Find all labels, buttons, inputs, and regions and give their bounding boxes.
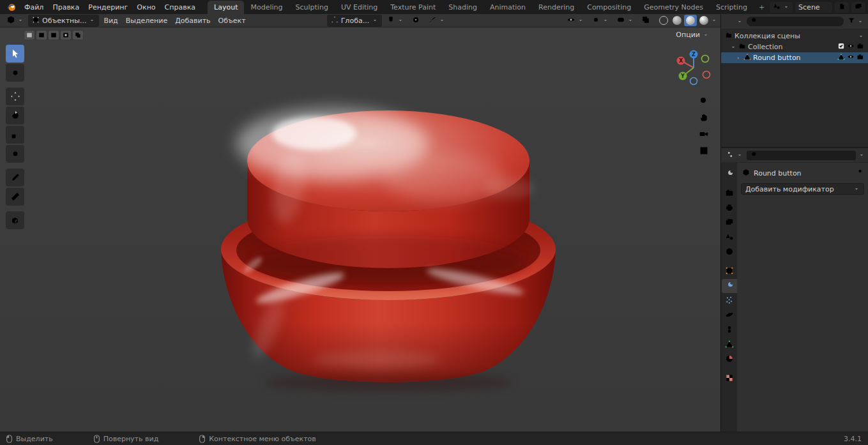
tab-object[interactable]	[722, 264, 737, 278]
blender-logo-icon[interactable]	[3, 0, 20, 14]
menu-file[interactable]: Файл	[20, 0, 48, 14]
outliner-search-input[interactable]	[747, 17, 844, 26]
tab-world[interactable]	[722, 245, 737, 259]
tab-uv-editing[interactable]: UV Editing	[335, 1, 384, 14]
properties-editor-type[interactable]	[724, 149, 744, 162]
scene-unlink-icon[interactable]	[823, 4, 829, 10]
menu-render[interactable]: Рендеринг	[84, 0, 132, 14]
hide-eye-icon[interactable]	[847, 42, 855, 52]
mode-dropdown[interactable]: Объектны...	[28, 15, 99, 27]
chevron-down-icon[interactable]	[858, 33, 864, 40]
viewport-3d[interactable]: Опции	[0, 27, 720, 432]
outliner-filter-button[interactable]	[846, 15, 865, 27]
tab-physics[interactable]	[722, 308, 737, 322]
tab-modifiers[interactable]	[722, 279, 737, 293]
tool-cursor[interactable]	[6, 64, 24, 82]
menu-window[interactable]: Окно	[132, 0, 160, 14]
select-mode-extend-icon[interactable]	[36, 31, 47, 40]
scene-selector[interactable]: Scene	[795, 2, 832, 13]
ortho-perspective-icon[interactable]	[697, 144, 711, 158]
tab-object-data[interactable]	[722, 338, 737, 352]
select-mode-subtract-icon[interactable]	[49, 31, 59, 40]
tab-rendering[interactable]: Rendering	[532, 1, 581, 14]
shading-material-button[interactable]	[684, 15, 697, 26]
tool-transform[interactable]	[6, 145, 24, 163]
select-mode-intersect-icon[interactable]	[73, 31, 83, 40]
select-mode-set-icon[interactable]	[24, 31, 34, 40]
show-overlays-toggle[interactable]	[613, 14, 637, 27]
tab-view-layer[interactable]	[722, 216, 737, 230]
outliner-editor-type[interactable]	[724, 15, 744, 28]
xray-toggle[interactable]	[638, 14, 653, 27]
hide-eye-icon[interactable]	[847, 53, 855, 63]
gizmo-axis-neg-x[interactable]	[703, 72, 710, 79]
outliner-row-scene-collection[interactable]: Коллекция сцены	[721, 31, 868, 41]
zoom-view-icon[interactable]	[697, 94, 711, 108]
select-mode-invert-icon[interactable]	[61, 31, 71, 40]
tab-shading[interactable]: Shading	[442, 1, 483, 14]
menu-select[interactable]: Выделение	[123, 15, 171, 26]
shading-rendered-button[interactable]	[697, 15, 710, 26]
tool-select-box[interactable]	[6, 45, 24, 63]
gizmo-axis-neg-y[interactable]	[702, 56, 709, 63]
tab-geometry-nodes[interactable]: Geometry Nodes	[637, 1, 710, 14]
render-visibility-icon[interactable]	[857, 42, 864, 52]
camera-view-icon[interactable]	[697, 127, 711, 141]
outliner-row-round-button[interactable]: Round button	[721, 52, 868, 63]
gizmo-axis-y[interactable]: Y	[679, 72, 687, 80]
tab-scene[interactable]	[722, 230, 737, 245]
tool-annotate[interactable]	[6, 169, 24, 186]
expand-icon[interactable]	[730, 44, 736, 50]
visibility-dropdown[interactable]	[563, 14, 587, 27]
shading-solid-button[interactable]	[671, 15, 683, 26]
tab-texture[interactable]	[722, 372, 737, 386]
new-scene-button[interactable]	[835, 2, 849, 13]
proportional-editing-toggle[interactable]	[408, 14, 423, 27]
menu-help[interactable]: Справка	[160, 0, 200, 14]
tab-render[interactable]	[722, 186, 737, 200]
tab-output[interactable]	[722, 201, 737, 215]
options-dropdown[interactable]: Опции	[676, 31, 709, 39]
tab-sculpting[interactable]: Sculpting	[289, 1, 335, 14]
collection-exclude-checkbox[interactable]	[837, 42, 845, 52]
snap-toggle[interactable]	[383, 14, 407, 27]
tool-add-cube[interactable]	[6, 211, 24, 229]
transform-orientation-dropdown[interactable]: Глоба...	[327, 15, 382, 27]
tool-measure[interactable]	[6, 188, 24, 206]
viewlayer-selector-icon[interactable]	[851, 2, 865, 13]
tab-constraints[interactable]	[722, 323, 737, 337]
pan-view-icon[interactable]	[697, 110, 711, 124]
menu-add[interactable]: Добавить	[172, 15, 213, 26]
gizmo-axis-x[interactable]: X	[677, 57, 685, 65]
properties-search-input[interactable]	[747, 151, 856, 160]
menu-object[interactable]: Объект	[215, 15, 249, 26]
menu-view[interactable]: Вид	[100, 15, 121, 26]
tab-tool[interactable]	[722, 167, 737, 181]
pin-icon[interactable]	[855, 169, 863, 178]
menu-edit[interactable]: Правка	[48, 0, 84, 14]
editor-type-selector[interactable]	[3, 14, 27, 27]
tab-scripting[interactable]: Scripting	[710, 1, 754, 14]
properties-options-icon[interactable]	[858, 152, 865, 158]
red-button-model[interactable]	[0, 27, 721, 432]
scene-selector-icon[interactable]	[770, 2, 793, 13]
tab-layout[interactable]: Layout	[208, 1, 244, 14]
tool-move[interactable]	[6, 87, 24, 105]
add-modifier-button[interactable]: Добавить модификатор	[741, 183, 864, 195]
proportional-falloff-dropdown[interactable]	[425, 14, 448, 27]
tab-compositing[interactable]: Compositing	[581, 1, 637, 14]
render-visibility-icon[interactable]	[857, 53, 864, 63]
expand-icon[interactable]	[735, 55, 742, 61]
tab-particles[interactable]	[722, 294, 737, 308]
tab-material[interactable]	[722, 352, 737, 366]
tab-texture-paint[interactable]: Texture Paint	[384, 1, 442, 14]
tab-animation[interactable]: Animation	[483, 1, 532, 14]
gizmo-axis-z[interactable]: Z	[690, 50, 698, 59]
outliner-row-collection[interactable]: Collection	[721, 41, 868, 52]
gizmo-axis-neg-z[interactable]	[690, 78, 697, 85]
tab-modeling[interactable]: Modeling	[244, 1, 289, 14]
navigation-gizmo[interactable]: X Z Y	[676, 49, 713, 86]
add-workspace-button[interactable]: +	[754, 1, 770, 14]
tool-scale[interactable]	[6, 126, 24, 144]
tool-rotate[interactable]	[6, 107, 24, 124]
